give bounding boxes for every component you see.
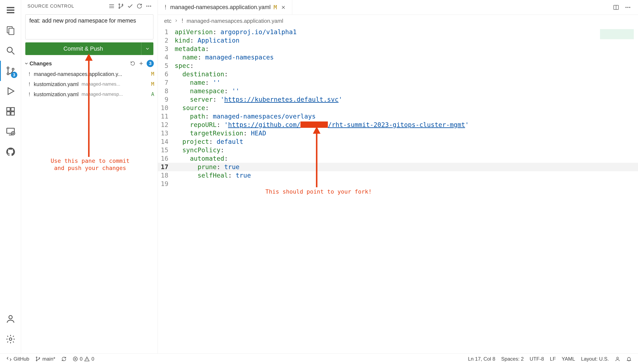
- code-line[interactable]: 15 syncPolicy:: [158, 146, 638, 154]
- svg-rect-8: [11, 112, 14, 115]
- commit-dropdown-button[interactable]: [141, 42, 153, 55]
- editor-more-icon[interactable]: [622, 0, 634, 14]
- code-text: metadata:: [175, 45, 209, 53]
- svg-point-21: [625, 7, 626, 8]
- svg-point-16: [122, 5, 123, 6]
- editor-tab[interactable]: ! managed-namesapces.application.yaml M: [158, 0, 292, 14]
- settings-gear-icon[interactable]: [0, 329, 21, 349]
- change-row[interactable]: !kustomization.yamlmanaged-namesp...A: [21, 89, 158, 99]
- code-text: targetRevision: HEAD: [175, 129, 266, 138]
- svg-point-24: [36, 357, 37, 358]
- svg-point-23: [629, 7, 630, 8]
- code-line[interactable]: 3metadata:: [158, 45, 638, 53]
- code-line[interactable]: 7 name: '': [158, 78, 638, 87]
- code-line[interactable]: 16 automated:: [158, 154, 638, 163]
- line-number: 13: [158, 129, 175, 138]
- code-line[interactable]: 18 selfHeal: true: [158, 171, 638, 180]
- code-line[interactable]: 12 repoURL: 'https://github.com//rht-sum…: [158, 121, 638, 129]
- status-sync-icon[interactable]: [58, 354, 70, 364]
- menu-button[interactable]: [0, 0, 21, 20]
- commit-check-icon[interactable]: [126, 2, 135, 11]
- accounts-icon[interactable]: [0, 309, 21, 329]
- yaml-file-icon: !: [181, 18, 184, 24]
- svg-point-5: [12, 68, 14, 70]
- refresh-icon[interactable]: [135, 2, 144, 11]
- svg-point-28: [617, 357, 618, 359]
- line-number: 3: [158, 45, 175, 53]
- tab-bar: ! managed-namesapces.application.yaml M: [158, 0, 638, 15]
- remote-explorer-icon[interactable]: [0, 122, 21, 142]
- code-text: prune: true: [175, 163, 239, 171]
- svg-rect-6: [7, 108, 10, 111]
- code-text: repoURL: 'https://github.com//rht-summit…: [175, 121, 469, 129]
- status-remote[interactable]: GitHub: [3, 354, 32, 364]
- minimap[interactable]: [600, 29, 634, 46]
- change-status: A: [149, 91, 154, 97]
- panel-title: SOURCE CONTROL: [28, 3, 107, 9]
- scm-badge: 3: [11, 72, 17, 78]
- svg-rect-9: [11, 108, 14, 111]
- change-row[interactable]: !managed-namesapces.application.y...M: [21, 69, 158, 79]
- status-eol[interactable]: LF: [547, 354, 559, 364]
- code-line[interactable]: 11 path: managed-namespaces/overlays: [158, 112, 638, 121]
- code-line[interactable]: 19: [158, 180, 638, 188]
- code-line[interactable]: 2kind: Application: [158, 36, 638, 45]
- code-line[interactable]: 4 name: managed-namespaces: [158, 53, 638, 62]
- line-number: 9: [158, 95, 175, 104]
- discard-all-icon[interactable]: [129, 59, 137, 68]
- code-line[interactable]: 14 project: default: [158, 138, 638, 146]
- code-editor[interactable]: 1apiVersion: argoproj.io/v1alpha12kind: …: [158, 27, 638, 354]
- create-branch-icon[interactable]: [116, 2, 126, 11]
- svg-rect-7: [7, 112, 10, 115]
- line-number: 15: [158, 146, 175, 154]
- split-editor-icon[interactable]: [610, 0, 622, 14]
- run-debug-icon[interactable]: [0, 81, 21, 101]
- code-line[interactable]: 17 prune: true: [158, 163, 638, 171]
- status-branch[interactable]: main*: [32, 354, 58, 364]
- code-text: apiVersion: argoproj.io/v1alpha1: [175, 28, 297, 36]
- code-text: name: '': [175, 78, 221, 87]
- commit-message-input[interactable]: [26, 14, 153, 38]
- status-bell-icon[interactable]: [623, 354, 635, 364]
- code-line[interactable]: 6 destination:: [158, 70, 638, 78]
- changes-section-header[interactable]: Changes 3: [21, 58, 158, 69]
- status-feedback-icon[interactable]: [612, 354, 623, 364]
- github-icon[interactable]: [0, 142, 21, 162]
- stage-all-icon[interactable]: [137, 59, 145, 68]
- breadcrumb[interactable]: etc ! managed-namesapces.application.yam…: [158, 15, 638, 27]
- change-filename: kustomization.yaml: [34, 81, 79, 87]
- status-problems[interactable]: 0 0: [70, 354, 97, 364]
- panel-header: SOURCE CONTROL: [21, 0, 158, 12]
- code-line[interactable]: 13 targetRevision: HEAD: [158, 129, 638, 138]
- line-number: 2: [158, 36, 175, 45]
- status-encoding[interactable]: UTF-8: [527, 354, 547, 364]
- line-number: 5: [158, 62, 175, 70]
- change-row[interactable]: !kustomization.yamlmanaged-names...M: [21, 79, 158, 89]
- search-icon[interactable]: [0, 40, 21, 61]
- chevron-right-icon: [174, 18, 178, 24]
- status-cursor[interactable]: Ln 17, Col 8: [465, 354, 498, 364]
- svg-point-15: [119, 8, 120, 8]
- changes-count-badge: 3: [147, 60, 154, 67]
- more-actions-icon[interactable]: [144, 2, 153, 11]
- source-control-icon[interactable]: 3: [0, 61, 21, 81]
- chevron-down-icon: [23, 61, 30, 66]
- change-filename: managed-namesapces.application.y...: [34, 71, 122, 77]
- changes-list: !managed-namesapces.application.y...M!ku…: [21, 69, 158, 99]
- view-as-tree-icon[interactable]: [107, 2, 116, 11]
- code-line[interactable]: 10 source:: [158, 104, 638, 112]
- svg-point-22: [627, 7, 628, 8]
- code-line[interactable]: 8 namespace: '': [158, 87, 638, 95]
- code-line[interactable]: 1apiVersion: argoproj.io/v1alpha1: [158, 28, 638, 36]
- explorer-icon[interactable]: [0, 20, 21, 40]
- status-indent[interactable]: Spaces: 2: [498, 354, 527, 364]
- code-line[interactable]: 9 server: 'https://kubernetes.default.sv…: [158, 95, 638, 104]
- code-text: syncPolicy:: [175, 146, 224, 154]
- tab-close-icon[interactable]: [280, 4, 287, 11]
- yaml-file-icon: !: [28, 81, 34, 87]
- status-language[interactable]: YAML: [559, 354, 578, 364]
- commit-push-button[interactable]: Commit & Push: [25, 42, 141, 55]
- extensions-icon[interactable]: [0, 101, 21, 122]
- code-line[interactable]: 5spec:: [158, 62, 638, 70]
- status-layout[interactable]: Layout: U.S.: [578, 354, 612, 364]
